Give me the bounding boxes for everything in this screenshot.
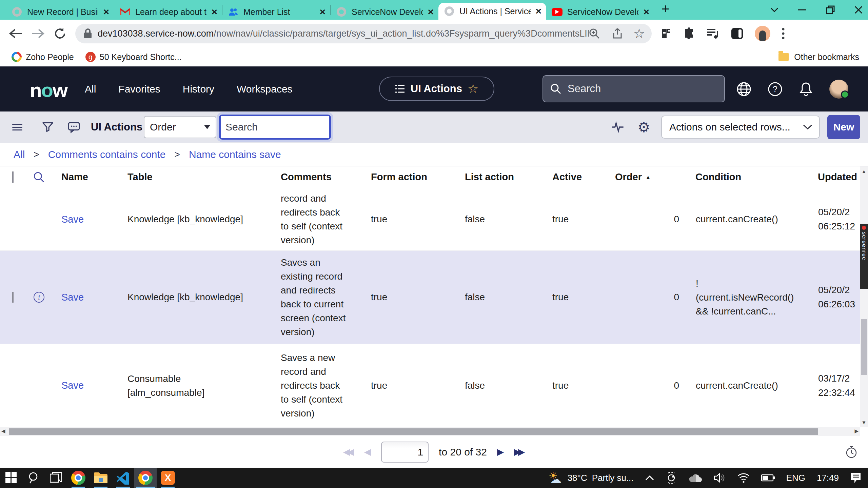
tab-close-icon[interactable]: × (643, 7, 649, 17)
search-column-select[interactable]: Order (144, 116, 216, 138)
header-comments[interactable]: Comments (274, 171, 364, 183)
horizontal-scrollbar[interactable]: ◀ ▶ (0, 427, 860, 436)
chat-icon[interactable] (67, 111, 81, 143)
tab-member-list[interactable]: Member List × (222, 4, 330, 20)
tray-chevron-up-icon[interactable] (645, 475, 654, 481)
tab-new-record[interactable]: New Record | Busin × (6, 4, 114, 20)
scroll-down-icon[interactable]: ▼ (860, 420, 868, 425)
favorite-star-icon[interactable]: ☆ (468, 82, 478, 96)
new-tab-button[interactable]: + (662, 2, 669, 16)
bookmark-zoho-people[interactable]: Zoho People (12, 52, 74, 62)
new-button[interactable]: New (827, 115, 860, 139)
response-time-clock-icon[interactable] (845, 446, 858, 459)
last-page-icon[interactable]: ▶▶ (514, 447, 525, 457)
tab-ui-actions-active[interactable]: UI Actions | Service × (438, 3, 546, 20)
first-page-icon[interactable]: ◀◀ (343, 447, 354, 457)
now-logo[interactable]: now (30, 79, 67, 101)
gear-icon[interactable]: ⚙ (637, 111, 650, 143)
actions-on-rows-select[interactable]: Actions on selected rows... (661, 116, 820, 139)
list-search-box[interactable] (219, 115, 331, 140)
zoom-indicator-icon[interactable] (589, 28, 600, 39)
select-all-checkbox[interactable] (12, 171, 14, 183)
list-menu-icon[interactable] (12, 111, 22, 143)
share-icon[interactable] (612, 28, 623, 39)
activity-stream-icon[interactable] (610, 111, 625, 143)
tab-learn-deep[interactable]: Learn deep about t × (114, 4, 222, 20)
tab-close-icon[interactable]: × (211, 7, 217, 17)
page-number-input[interactable] (381, 442, 429, 463)
tab-youtube[interactable]: ServiceNow Develo × (546, 4, 654, 20)
window-restore-icon[interactable] (826, 5, 835, 14)
clock-time[interactable]: 17:49 (817, 473, 839, 483)
column-search-icon[interactable] (24, 171, 54, 183)
tab-close-icon[interactable]: × (428, 7, 434, 17)
tab-close-icon[interactable]: × (103, 7, 109, 17)
horizontal-scroll-thumb[interactable] (9, 428, 818, 435)
window-close-icon[interactable] (854, 6, 863, 14)
start-button[interactable] (0, 468, 22, 488)
previous-page-icon[interactable]: ◀ (364, 447, 371, 457)
volume-icon[interactable] (714, 473, 726, 483)
global-search-box[interactable] (542, 75, 725, 102)
vertical-scrollbar[interactable]: ▲ ▼ (860, 166, 868, 427)
tab-close-icon[interactable]: × (319, 7, 326, 17)
globe-icon[interactable] (736, 82, 751, 97)
list-search-input[interactable] (221, 116, 329, 138)
next-page-icon[interactable]: ▶ (497, 447, 504, 457)
tab-search-chevron-icon[interactable] (770, 7, 778, 12)
help-icon[interactable]: ? (768, 82, 783, 97)
nav-workspaces[interactable]: Workspaces (237, 83, 293, 95)
header-updated[interactable]: Updated (811, 171, 860, 183)
vscode-icon[interactable] (112, 468, 134, 488)
task-view-icon[interactable] (45, 468, 67, 488)
header-condition[interactable]: Condition (689, 171, 811, 183)
taskbar-chrome-profile-icon[interactable] (67, 468, 90, 488)
nav-all[interactable]: All (85, 83, 96, 95)
header-list-action[interactable]: List action (458, 171, 545, 183)
other-bookmarks-button[interactable]: Other bookmarks (768, 52, 859, 62)
window-minimize-icon[interactable] (798, 9, 806, 11)
screen-record-tray-icon[interactable] (666, 472, 677, 484)
record-link[interactable]: Save (61, 214, 84, 225)
language-indicator[interactable]: ENG (786, 473, 805, 483)
context-pill[interactable]: UI Actions ☆ (379, 77, 494, 101)
header-table[interactable]: Table (120, 171, 274, 183)
onedrive-cloud-icon[interactable] (689, 473, 702, 483)
header-form-action[interactable]: Form action (364, 171, 458, 183)
tab-close-icon[interactable]: × (535, 6, 541, 16)
browser-profile-avatar[interactable] (755, 26, 770, 41)
nav-history[interactable]: History (183, 83, 214, 95)
bookmark-star-icon[interactable]: ☆ (633, 27, 645, 40)
vertical-scroll-thumb[interactable] (861, 319, 867, 375)
media-playlist-icon[interactable] (707, 28, 719, 39)
table-row-selected[interactable]: i Save Knowledge [kb_knowledge] Saves an… (0, 251, 860, 344)
record-link[interactable]: Save (61, 292, 84, 303)
address-bar[interactable]: dev103038.service-now.com/now/nav/ui/cla… (75, 24, 652, 43)
breadcrumb-comments-filter[interactable]: Comments contains conte (48, 149, 166, 160)
global-search-input[interactable] (568, 83, 717, 95)
breadcrumb-all[interactable]: All (14, 149, 25, 160)
taskbar-chrome-active-icon[interactable] (134, 468, 157, 488)
header-order[interactable]: Order▲ (614, 171, 689, 183)
extension-capture-icon[interactable] (661, 27, 671, 40)
wifi-icon[interactable] (737, 473, 750, 483)
nav-favorites[interactable]: Favorites (118, 83, 160, 95)
header-name[interactable]: Name (54, 171, 120, 183)
reload-icon[interactable] (54, 27, 66, 40)
scroll-up-icon[interactable]: ▲ (860, 168, 868, 174)
scroll-right-icon[interactable]: ▶ (854, 428, 859, 434)
xampp-icon[interactable]: X (157, 468, 179, 488)
user-avatar[interactable] (829, 80, 848, 99)
taskbar-search-icon[interactable] (22, 468, 45, 488)
tab-servicenow-dev[interactable]: ServiceNow Develo × (331, 4, 438, 20)
header-active[interactable]: Active (545, 171, 614, 183)
table-row[interactable]: Save Knowledge [kb_knowledge] record and… (0, 188, 860, 251)
battery-icon[interactable] (761, 474, 775, 482)
back-icon[interactable] (9, 28, 22, 39)
notifications-bell-icon[interactable] (799, 82, 813, 97)
filter-icon[interactable] (41, 111, 54, 143)
notification-center-icon[interactable] (850, 472, 861, 484)
chrome-menu-icon[interactable] (782, 28, 785, 39)
scroll-left-icon[interactable]: ◀ (1, 428, 5, 434)
table-row[interactable]: Save Consumable [alm_consumable] Saves a… (0, 344, 860, 427)
